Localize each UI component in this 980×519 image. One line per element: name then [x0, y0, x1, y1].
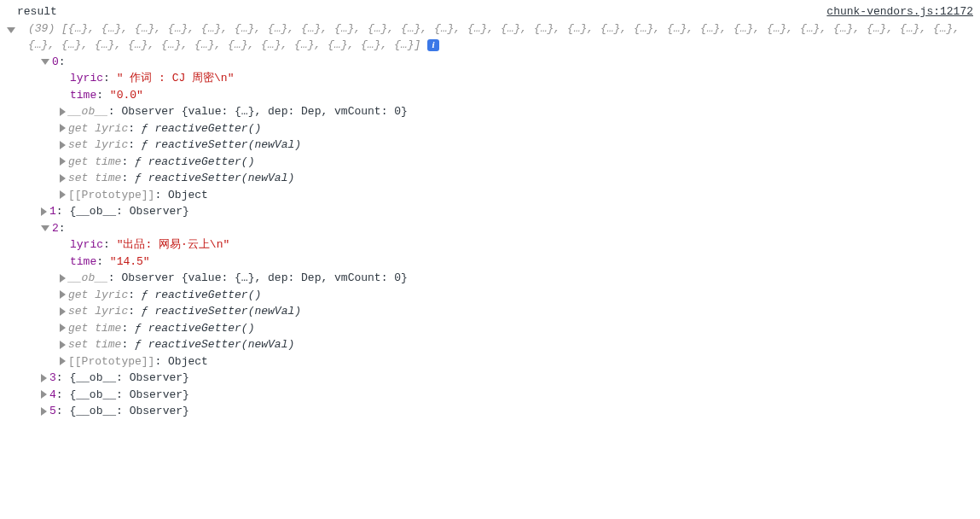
expand-toggle-settime-2[interactable] — [60, 341, 66, 349]
prop-lyric-2: lyric: "出品: 网易·云上\n" — [7, 236, 973, 254]
expand-toggle-proto-0[interactable] — [60, 190, 66, 199]
prop-proto-2[interactable]: [[Prototype]]: Object — [7, 353, 973, 370]
expand-toggle-proto-2[interactable] — [60, 357, 66, 365]
prop-get-lyric-0[interactable]: get lyric: ƒ reactiveGetter() — [7, 120, 973, 137]
expand-toggle-3[interactable] — [41, 374, 47, 382]
array-index-4[interactable]: 4: {__ob__: Observer} — [7, 387, 973, 404]
prop-time-2: time: "14.5" — [7, 254, 973, 271]
prop-ob-0[interactable]: __ob__: Observer {value: {…}, dep: Dep, … — [7, 103, 973, 120]
array-index-0[interactable]: 0: — [7, 54, 973, 71]
array-index-1[interactable]: 1: {__ob__: Observer} — [7, 203, 973, 220]
expand-toggle-getlyric-2[interactable] — [60, 290, 66, 299]
source-link[interactable]: chunk-vendors.js:12172 — [826, 3, 973, 20]
expand-toggle-5[interactable] — [41, 407, 47, 416]
expand-toggle-ob-0[interactable] — [60, 108, 66, 116]
expand-toggle-2[interactable] — [41, 225, 49, 231]
expand-toggle-gettime-2[interactable] — [60, 324, 66, 332]
expand-toggle-setlyric-0[interactable] — [60, 141, 66, 149]
expand-toggle-root[interactable] — [7, 27, 15, 33]
prop-set-lyric-0[interactable]: set lyric: ƒ reactiveSetter(newVal) — [7, 137, 973, 154]
expand-toggle-setlyric-2[interactable] — [60, 307, 66, 316]
prop-get-lyric-2[interactable]: get lyric: ƒ reactiveGetter() — [7, 287, 973, 304]
expand-toggle-0[interactable] — [41, 59, 49, 65]
prop-get-time-0[interactable]: get time: ƒ reactiveGetter() — [7, 154, 973, 171]
prop-set-time-0[interactable]: set time: ƒ reactiveSetter(newVal) — [7, 170, 973, 187]
prop-proto-0[interactable]: [[Prototype]]: Object — [7, 187, 973, 204]
prop-set-time-2[interactable]: set time: ƒ reactiveSetter(newVal) — [7, 336, 973, 353]
expand-toggle-4[interactable] — [41, 390, 47, 399]
expand-toggle-gettime-0[interactable] — [60, 157, 66, 166]
expand-toggle-1[interactable] — [41, 207, 47, 216]
prop-lyric-0: lyric: " 作词 : CJ 周密\n" — [7, 70, 973, 87]
log-label: result — [7, 3, 57, 20]
array-index-2[interactable]: 2: — [7, 220, 973, 237]
info-icon[interactable]: i — [427, 39, 439, 51]
array-index-3[interactable]: 3: {__ob__: Observer} — [7, 370, 973, 387]
expand-toggle-settime-0[interactable] — [60, 174, 66, 183]
expand-toggle-ob-2[interactable] — [60, 274, 66, 283]
expand-toggle-getlyric-0[interactable] — [60, 124, 66, 132]
prop-get-time-2[interactable]: get time: ƒ reactiveGetter() — [7, 320, 973, 337]
array-index-5[interactable]: 5: {__ob__: Observer} — [7, 403, 973, 420]
prop-time-0: time: "0.0" — [7, 87, 973, 104]
prop-set-lyric-2[interactable]: set lyric: ƒ reactiveSetter(newVal) — [7, 303, 973, 320]
array-preview: (39) [{…}, {…}, {…}, {…}, {…}, {…}, {…},… — [18, 20, 973, 54]
prop-ob-2[interactable]: __ob__: Observer {value: {…}, dep: Dep, … — [7, 270, 973, 287]
